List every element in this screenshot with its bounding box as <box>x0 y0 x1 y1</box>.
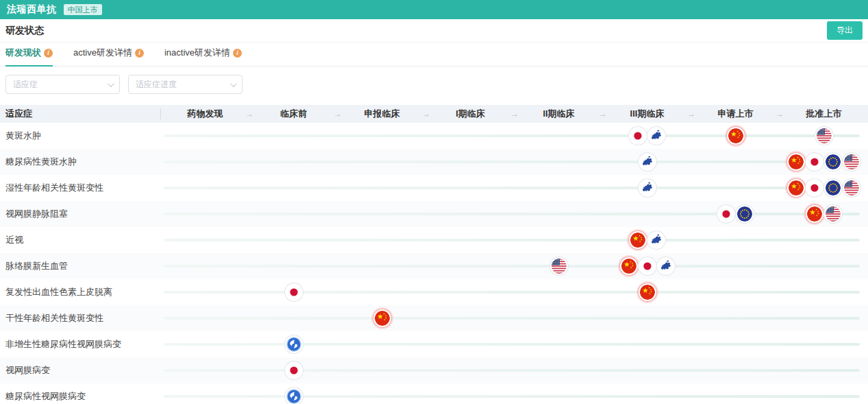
indication-filter-select[interactable]: 适应症 <box>5 75 120 94</box>
china-flag-icon[interactable] <box>630 233 645 248</box>
table-row: 脉络膜新生血管 <box>0 253 868 279</box>
usa-flag-icon[interactable] <box>551 259 567 274</box>
tab-bar: 研发现状 i active研发详情 i inactive研发详情 i <box>0 43 868 67</box>
tab-research-status[interactable]: 研发现状 i <box>5 41 53 66</box>
stage-cell <box>603 305 691 331</box>
europe-map-icon[interactable] <box>649 128 664 143</box>
stage-column-label: 临床前→ <box>249 105 338 123</box>
stage-cell <box>161 253 249 279</box>
stage-cell <box>691 357 780 383</box>
tab-active-details[interactable]: active研发详情 i <box>73 41 144 66</box>
stage-cell <box>426 123 514 149</box>
stage-cell <box>691 331 780 357</box>
info-icon[interactable]: i <box>233 49 242 58</box>
europe-map-icon[interactable] <box>658 259 673 274</box>
stage-cell <box>514 149 603 175</box>
stage-cell <box>603 123 691 149</box>
progress-chart <box>161 279 868 305</box>
stage-column-label: 申请上市→ <box>691 105 780 123</box>
globe-icon[interactable] <box>286 389 301 404</box>
indication-label: 近视 <box>0 234 161 246</box>
info-icon[interactable]: i <box>44 49 53 58</box>
europe-map-icon[interactable] <box>649 233 664 248</box>
stage-cell <box>780 279 868 305</box>
eu-flag-icon[interactable] <box>826 180 841 195</box>
china-flag-icon[interactable] <box>640 285 655 300</box>
stage-cell <box>603 175 691 201</box>
japan-flag-icon[interactable] <box>640 259 655 274</box>
stage-cell <box>780 175 868 201</box>
stage-cell <box>426 279 514 305</box>
japan-flag-icon[interactable] <box>807 180 822 195</box>
stage-cell <box>603 383 691 404</box>
usa-flag-icon[interactable] <box>844 154 859 169</box>
stage-cell <box>426 305 514 331</box>
stage-cell <box>780 149 868 175</box>
stage-cell <box>603 357 691 383</box>
progress-filter-select[interactable]: 适应症进度 <box>128 75 243 94</box>
progress-chart <box>161 331 868 357</box>
stage-cell <box>514 201 603 227</box>
china-flag-icon[interactable] <box>621 259 636 274</box>
stage-cell <box>249 383 338 404</box>
stage-cell <box>161 383 249 404</box>
china-flag-icon[interactable] <box>789 154 804 169</box>
table-row: 黄斑水肿 <box>0 123 868 149</box>
table-row: 视网膜静脉阻塞 <box>0 201 868 227</box>
japan-flag-icon[interactable] <box>719 206 734 222</box>
stage-cell <box>338 253 426 279</box>
stage-cell <box>426 331 514 357</box>
china-flag-icon[interactable] <box>789 180 804 195</box>
info-icon[interactable]: i <box>135 49 144 58</box>
stage-header-cells: 药物发现→临床前→申报临床→I期临床→II期临床→III期临床→申请上市→批准上… <box>161 105 868 123</box>
china-flag-icon[interactable] <box>728 128 743 143</box>
rd-status-table: 适应症 药物发现→临床前→申报临床→I期临床→II期临床→III期临床→申请上市… <box>0 105 868 404</box>
indication-label: 复发性出血性色素上皮脱离 <box>0 286 161 298</box>
china-flag-icon[interactable] <box>375 311 390 326</box>
stage-cell <box>338 227 426 253</box>
usa-flag-icon[interactable] <box>844 180 859 195</box>
japan-flag-icon[interactable] <box>630 128 645 143</box>
progress-chart <box>161 149 868 175</box>
indication-label: 脉络膜新生血管 <box>0 260 161 272</box>
stage-cell <box>426 253 514 279</box>
stage-cell <box>603 201 691 227</box>
indication-label: 黄斑水肿 <box>0 130 161 142</box>
japan-flag-icon[interactable] <box>286 285 301 300</box>
usa-flag-icon[interactable] <box>826 206 841 222</box>
section-bar: 研发状态 导出 <box>0 19 868 43</box>
table-body: 黄斑水肿糖尿病性黄斑水肿湿性年龄相关性黄斑变性视网膜静脉阻塞近视脉络膜新生血管复… <box>0 123 868 404</box>
tab-label: active研发详情 <box>73 47 132 59</box>
tab-inactive-details[interactable]: inactive研发详情 i <box>164 41 242 66</box>
japan-flag-icon[interactable] <box>807 154 822 169</box>
stage-cell <box>603 331 691 357</box>
europe-map-icon[interactable] <box>640 180 655 195</box>
eu-flag-icon[interactable] <box>737 206 752 222</box>
app-header: 法瑞西单抗 中国上市 <box>0 0 868 19</box>
indication-label: 湿性年龄相关性黄斑变性 <box>0 182 161 194</box>
europe-map-icon[interactable] <box>640 154 655 169</box>
indication-column-header: 适应症 <box>0 105 161 123</box>
stage-cell <box>249 305 338 331</box>
stage-cell <box>338 279 426 305</box>
stage-cell <box>514 305 603 331</box>
stage-cell <box>691 253 780 279</box>
stage-cell <box>249 175 338 201</box>
globe-icon[interactable] <box>286 337 301 352</box>
tab-label: 研发现状 <box>5 47 41 59</box>
stage-cell <box>249 253 338 279</box>
table-row: 湿性年龄相关性黄斑变性 <box>0 175 868 201</box>
table-row: 复发性出血性色素上皮脱离 <box>0 279 868 305</box>
stage-cell <box>603 253 691 279</box>
eu-flag-icon[interactable] <box>826 154 841 169</box>
japan-flag-icon[interactable] <box>286 363 301 378</box>
stage-cell <box>338 357 426 383</box>
usa-flag-icon[interactable] <box>817 128 832 143</box>
stage-cell <box>338 123 426 149</box>
export-button[interactable]: 导出 <box>827 21 863 40</box>
stage-cell <box>691 383 780 404</box>
china-flag-icon[interactable] <box>807 206 822 222</box>
market-status-badge: 中国上市 <box>64 4 102 15</box>
stage-cell <box>338 149 426 175</box>
stage-cell <box>603 227 691 253</box>
